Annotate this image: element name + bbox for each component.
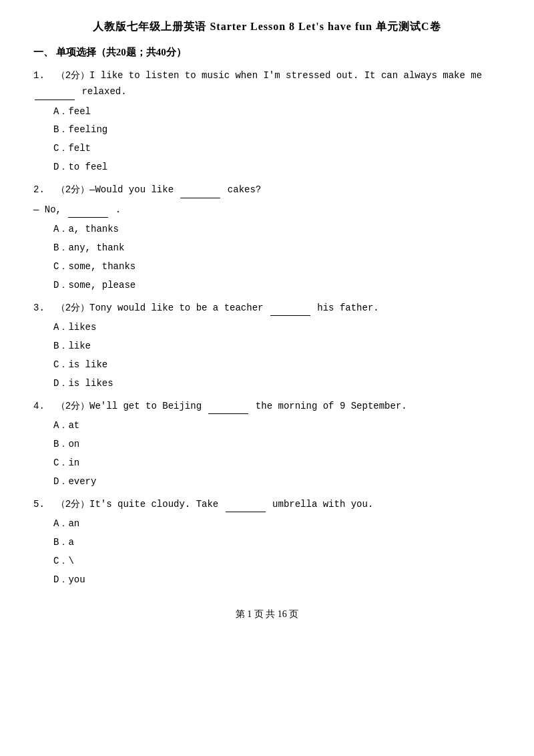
question-2-option-c: C．some, thanks — [53, 259, 501, 275]
question-3: 3. （2分）Tony would like to be a teacher h… — [33, 301, 501, 392]
question-1-option-b: B．feeling — [53, 122, 501, 138]
question-3-option-b: B．like — [53, 339, 501, 355]
question-2-stem2: — No, . — [33, 202, 501, 218]
question-2-text2: — No, . — [33, 204, 121, 215]
question-1-option-c: C．felt — [53, 141, 501, 157]
question-1-stem: 1. （2分）I like to listen to music when I'… — [33, 68, 501, 100]
question-2-option-a: A．a, thanks — [53, 222, 501, 238]
question-3-option-a: A．likes — [53, 320, 501, 336]
question-1-text: （2分）I like to listen to music when I'm s… — [33, 70, 482, 97]
page-footer: 第 1 页 共 16 页 — [33, 608, 501, 620]
question-5-option-a: A．an — [53, 516, 501, 532]
question-5-number: 5. — [33, 499, 50, 510]
question-2-option-d: D．some, please — [53, 278, 501, 294]
question-1-option-d: D．to feel — [53, 160, 501, 176]
question-3-number: 3. — [33, 303, 50, 313]
question-5-option-d: D．you — [53, 572, 501, 588]
question-2-option-b: B．any, thank — [53, 240, 501, 256]
question-1-option-a: A．feel — [53, 104, 501, 120]
question-4-option-c: C．in — [53, 455, 501, 471]
question-5: 5. （2分）It's quite cloudy. Take umbrella … — [33, 497, 501, 588]
question-4-option-a: A．at — [53, 418, 501, 434]
question-4-stem: 4. （2分）We'll get to Beijing the morning … — [33, 399, 501, 415]
question-5-option-b: B．a — [53, 535, 501, 551]
question-5-stem: 5. （2分）It's quite cloudy. Take umbrella … — [33, 497, 501, 513]
question-4-text: （2分）We'll get to Beijing the morning of … — [56, 401, 407, 411]
question-2: 2. （2分）—Would you like cakes? — No, . A．… — [33, 182, 501, 294]
question-3-text: （2分）Tony would like to be a teacher his … — [56, 303, 379, 313]
question-5-text: （2分）It's quite cloudy. Take umbrella wit… — [56, 499, 374, 510]
question-2-stem: 2. （2分）—Would you like cakes? — [33, 182, 501, 198]
question-1: 1. （2分）I like to listen to music when I'… — [33, 68, 501, 176]
question-4-option-d: D．every — [53, 474, 501, 490]
question-2-number: 2. — [33, 184, 50, 195]
question-4-number: 4. — [33, 401, 50, 411]
page-title: 人教版七年级上册英语 Starter Lesson 8 Let's have f… — [33, 20, 501, 34]
question-5-option-c: C．\ — [53, 554, 501, 570]
question-1-number: 1. — [33, 70, 50, 81]
question-3-stem: 3. （2分）Tony would like to be a teacher h… — [33, 301, 501, 317]
question-3-option-d: D．is likes — [53, 376, 501, 392]
question-2-text: （2分）—Would you like cakes? — [56, 184, 262, 195]
question-4-option-b: B．on — [53, 437, 501, 453]
page-container: 人教版七年级上册英语 Starter Lesson 8 Let's have f… — [33, 20, 501, 620]
question-3-option-c: C．is like — [53, 357, 501, 373]
section1-header: 一、 单项选择（共20题；共40分） — [33, 46, 501, 59]
question-4: 4. （2分）We'll get to Beijing the morning … — [33, 399, 501, 490]
